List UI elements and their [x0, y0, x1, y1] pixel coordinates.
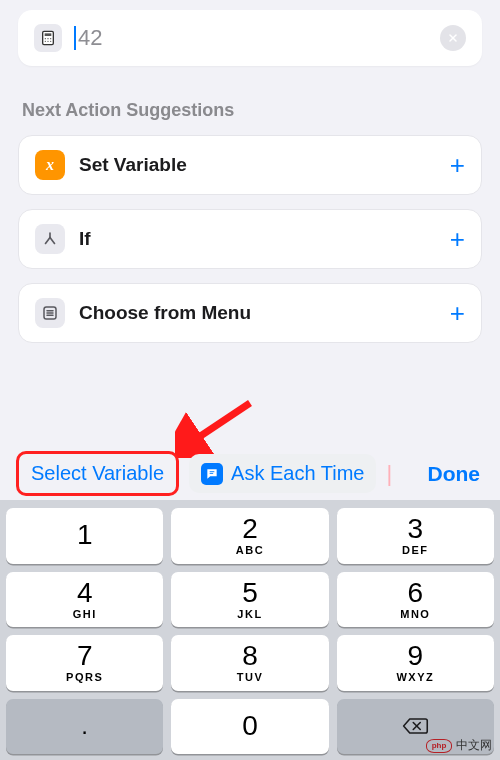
- add-icon[interactable]: +: [450, 226, 465, 252]
- text-cursor: [74, 26, 76, 50]
- number-action-card[interactable]: 42: [18, 10, 482, 66]
- number-value: 42: [78, 25, 102, 51]
- calculator-icon: [34, 24, 62, 52]
- key-0[interactable]: 0: [171, 699, 328, 755]
- key-backspace[interactable]: [337, 699, 494, 755]
- suggestion-label: Choose from Menu: [79, 302, 436, 324]
- suggestion-set-variable[interactable]: x Set Variable +: [18, 135, 482, 195]
- clear-button[interactable]: [440, 25, 466, 51]
- suggestion-choose-menu[interactable]: Choose from Menu +: [18, 283, 482, 343]
- svg-line-18: [190, 403, 250, 443]
- add-icon[interactable]: +: [450, 300, 465, 326]
- done-button[interactable]: Done: [428, 462, 485, 486]
- keyboard-toolbar: Select Variable Ask Each Time | Done: [0, 451, 500, 496]
- toolbar-divider: |: [386, 461, 392, 487]
- svg-point-5: [45, 41, 46, 42]
- key-1[interactable]: 1: [6, 508, 163, 564]
- key-3[interactable]: 3DEF: [337, 508, 494, 564]
- suggestion-label: If: [79, 228, 436, 250]
- numeric-keypad: 1 2ABC 3DEF 4GHI 5JKL 6MNO 7PQRS 8TUV 9W…: [0, 500, 500, 760]
- key-dot[interactable]: .: [6, 699, 163, 755]
- key-4[interactable]: 4GHI: [6, 572, 163, 628]
- branch-icon: [35, 224, 65, 254]
- ask-each-time-label: Ask Each Time: [231, 462, 364, 485]
- svg-point-7: [50, 41, 51, 42]
- backspace-icon: [401, 715, 429, 737]
- key-6[interactable]: 6MNO: [337, 572, 494, 628]
- variable-x-icon: x: [35, 150, 65, 180]
- svg-point-2: [45, 38, 46, 39]
- svg-rect-1: [45, 33, 52, 36]
- prompt-icon: [201, 463, 223, 485]
- number-field[interactable]: 42: [74, 25, 428, 51]
- svg-point-3: [47, 38, 48, 39]
- suggestion-if[interactable]: If +: [18, 209, 482, 269]
- menu-list-icon: [35, 298, 65, 328]
- svg-point-6: [47, 41, 48, 42]
- select-variable-label: Select Variable: [31, 462, 164, 485]
- suggestions-heading: Next Action Suggestions: [22, 100, 482, 121]
- key-9[interactable]: 9WXYZ: [337, 635, 494, 691]
- ask-each-time-button[interactable]: Ask Each Time: [189, 454, 376, 493]
- svg-line-12: [50, 238, 55, 244]
- select-variable-button[interactable]: Select Variable: [16, 451, 179, 496]
- svg-point-4: [50, 38, 51, 39]
- key-5[interactable]: 5JKL: [171, 572, 328, 628]
- key-7[interactable]: 7PQRS: [6, 635, 163, 691]
- svg-line-11: [46, 238, 51, 244]
- key-2[interactable]: 2ABC: [171, 508, 328, 564]
- annotation-arrow: [175, 398, 265, 458]
- key-8[interactable]: 8TUV: [171, 635, 328, 691]
- suggestion-label: Set Variable: [79, 154, 436, 176]
- add-icon[interactable]: +: [450, 152, 465, 178]
